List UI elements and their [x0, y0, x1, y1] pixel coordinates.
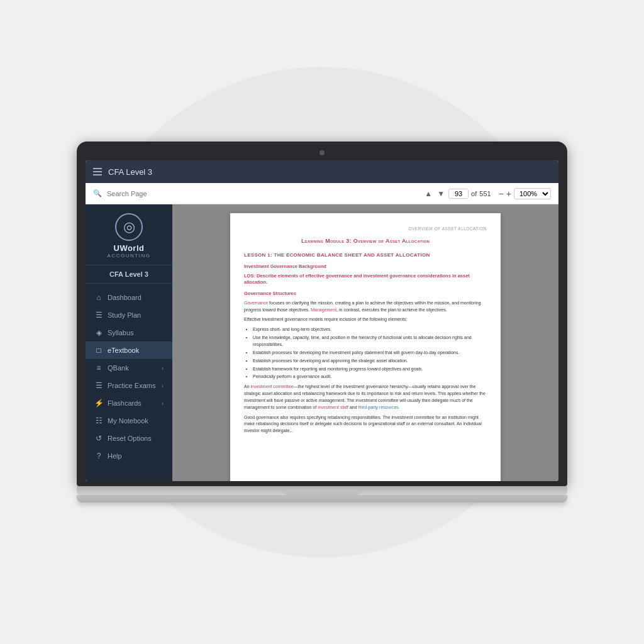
sidebar-item-flashcards[interactable]: ⚡ Flashcards › [86, 394, 172, 412]
laptop-camera [319, 150, 325, 155]
searchbar: 🔍 ▲ ▼ of 551 − + [86, 183, 558, 204]
syllabus-icon: ◈ [94, 328, 103, 337]
doc-bullet-list: Express short- and long-term objectives.… [253, 326, 487, 380]
sidebar-item-syllabus[interactable]: ◈ Syllabus [86, 324, 172, 341]
doc-bullet-1: Express short- and long-term objectives. [253, 326, 487, 333]
document-page: Overview of Asset Allocation Learning Mo… [230, 213, 501, 481]
nav-label-flashcards: Flashcards [108, 399, 157, 407]
zoom-out-button[interactable]: − [499, 189, 504, 198]
notebook-icon: ☷ [94, 416, 103, 425]
zoom-select[interactable]: 100% 75% 125% 150% [514, 188, 551, 199]
nav-label-practice-exams: Practice Exams [108, 382, 157, 389]
practice-exams-icon: ☰ [94, 381, 103, 390]
scene: CFA Level 3 🔍 ▲ ▼ of 551 [0, 0, 644, 644]
app: CFA Level 3 🔍 ▲ ▼ of 551 [86, 160, 558, 481]
doc-module-title: Learning Module 3: Overview of Asset All… [244, 237, 487, 246]
search-input[interactable] [107, 190, 418, 197]
sidebar-item-dashboard[interactable]: ⌂ Dashboard [86, 289, 172, 306]
doc-para2: Effective investment governance models r… [244, 316, 487, 323]
doc-los: LOS: Describe elements of effective gove… [244, 273, 487, 286]
page-up-button[interactable]: ▲ [423, 188, 433, 199]
investment-committee-link: investment committee [251, 384, 294, 389]
sidebar-brand: UWorld ACCOUNTING [108, 243, 151, 258]
nav-label-my-notebook: My Notebook [108, 417, 164, 425]
search-navigation: ▲ ▼ of 551 − + 100% [423, 188, 551, 199]
help-icon: ? [94, 452, 103, 460]
laptop-bottom [77, 495, 567, 502]
sidebar-item-help[interactable]: ? Help [86, 447, 172, 465]
sidebar-nav: ⌂ Dashboard ☰ Study Plan ◈ Syllabus [86, 284, 172, 481]
home-icon: ⌂ [94, 293, 103, 302]
investment-staff-link: investment staff [318, 405, 348, 409]
total-pages: 551 [479, 190, 491, 197]
doc-bullet-4: Establish processes for developing and a… [253, 358, 487, 365]
governance-link: Governance [244, 301, 268, 305]
sidebar-item-etextbook[interactable]: □ eTextbook [86, 341, 172, 359]
doc-header-text: Overview of Asset Allocation [244, 226, 487, 232]
sidebar-item-qbank[interactable]: ≡ QBank › [86, 359, 172, 377]
doc-bullet-5: Establish framework for reporting and mo… [253, 366, 487, 373]
brand-sub: ACCOUNTING [108, 253, 151, 258]
topbar-title: CFA Level 3 [108, 167, 152, 177]
practice-exams-arrow-icon: › [162, 382, 164, 389]
brand-name: UWorld [108, 243, 151, 253]
nav-label-study-plan: Study Plan [108, 311, 164, 319]
flashcards-arrow-icon: › [162, 400, 164, 407]
doc-para3: An investment committee—the highest leve… [244, 384, 487, 411]
page-number-input[interactable] [448, 189, 469, 199]
qbank-icon: ≡ [94, 364, 103, 372]
main-content: ◎ UWorld ACCOUNTING CFA Level 3 ⌂ [86, 204, 558, 481]
nav-label-help: Help [108, 452, 164, 460]
doc-para1: Governance focuses on clarifying the mis… [244, 300, 487, 314]
sidebar-logo: ◎ UWorld ACCOUNTING [86, 204, 172, 265]
document-area: Overview of Asset Allocation Learning Mo… [172, 204, 558, 481]
nav-label-syllabus: Syllabus [108, 329, 164, 336]
topbar: CFA Level 3 [86, 160, 558, 183]
etextbook-icon: □ [94, 346, 103, 355]
doc-bullet-3: Establish processes for developing the i… [253, 350, 487, 357]
laptop: CFA Level 3 🔍 ▲ ▼ of 551 [77, 142, 567, 502]
doc-bullet-6: Periodically perform a governance audit. [253, 374, 487, 380]
zoom-controls: − + 100% 75% 125% 150% [499, 188, 551, 199]
page-down-button[interactable]: ▼ [436, 188, 446, 199]
doc-lesson-title: Lesson 1: The Economic Balance Sheet and… [244, 252, 487, 259]
laptop-screen: CFA Level 3 🔍 ▲ ▼ of 551 [86, 160, 558, 481]
nav-label-qbank: QBank [108, 364, 157, 372]
sidebar-item-study-plan[interactable]: ☰ Study Plan [86, 306, 172, 324]
flashcards-icon: ⚡ [94, 399, 103, 408]
doc-section-investment: Investment Governance Background [244, 263, 487, 270]
sidebar-item-my-notebook[interactable]: ☷ My Notebook [86, 412, 172, 430]
doc-bullet-2: Use the knowledge, capacity, time, and p… [253, 335, 487, 348]
sidebar-course: CFA Level 3 [86, 265, 172, 284]
qbank-arrow-icon: › [162, 365, 164, 372]
page-of-label: of [471, 190, 477, 197]
management-link: Management [311, 308, 336, 312]
third-party-link: third-party resources. [358, 405, 400, 409]
search-icon: 🔍 [93, 189, 102, 197]
logo-circle: ◎ [115, 213, 143, 241]
sidebar: ◎ UWorld ACCOUNTING CFA Level 3 ⌂ [86, 204, 172, 481]
reset-icon: ↺ [94, 434, 103, 443]
study-plan-icon: ☰ [94, 311, 103, 319]
nav-label-reset-options: Reset Options [108, 435, 164, 442]
logo-icon: ◎ [123, 220, 135, 234]
doc-governance-title: Governance Structures [244, 290, 487, 297]
sidebar-item-practice-exams[interactable]: ☰ Practice Exams › [86, 377, 172, 394]
hamburger-menu-icon[interactable] [93, 168, 102, 175]
sidebar-item-reset-options[interactable]: ↺ Reset Options [86, 430, 172, 447]
zoom-in-button[interactable]: + [506, 189, 511, 198]
laptop-screen-outer: CFA Level 3 🔍 ▲ ▼ of 551 [77, 142, 567, 486]
nav-label-etextbook: eTextbook [108, 347, 164, 354]
nav-label-dashboard: Dashboard [108, 294, 164, 301]
doc-para4: Good governance also requires specifying… [244, 414, 487, 435]
page-indicator: of 551 [448, 189, 491, 199]
laptop-base [77, 486, 567, 495]
